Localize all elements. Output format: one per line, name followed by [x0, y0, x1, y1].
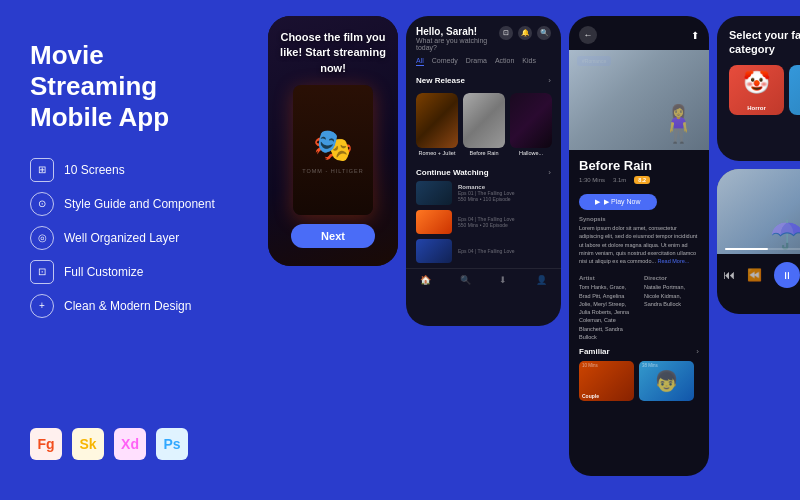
right-area: Choose the film you like! Start streamin… — [260, 0, 800, 500]
back-button[interactable]: ← — [579, 26, 597, 44]
feature-screens: ⊞ 10 Screens — [30, 158, 230, 182]
prev-button[interactable]: ⏮ — [723, 268, 735, 282]
greeting-sub: What are you watching today? — [416, 37, 499, 51]
feature-icon-layer: ◎ — [30, 226, 54, 250]
onboarding-screen: Choose the film you like! Start streamin… — [268, 16, 398, 266]
filter-drama[interactable]: Drama — [466, 57, 487, 66]
familiar-header: Familiar › — [579, 347, 699, 356]
next-button[interactable]: Next — [291, 224, 375, 248]
progress-bar-bg — [725, 248, 800, 250]
continue-section: Continue Watching › — [406, 164, 561, 181]
left-panel: Movie Streaming Mobile App ⊞ 10 Screens … — [0, 0, 260, 500]
greeting: Hello, Sarah! — [416, 26, 499, 37]
continue-label: Continue Watching — [416, 168, 489, 177]
continue-info-2: Eps 04 | The Falling Love 550 Mins • 20 … — [458, 216, 551, 228]
feature-label-screens: 10 Screens — [64, 163, 125, 177]
new-release-section: New Release › — [406, 72, 561, 89]
familiar-label: Familiar — [579, 347, 610, 356]
nav-profile[interactable]: 👤 — [536, 275, 547, 285]
home-header: Hello, Sarah! What are you watching toda… — [406, 16, 561, 57]
bottom-nav: 🏠 🔍 ⬇ 👤 — [406, 268, 561, 289]
search-icon[interactable]: 🔍 — [537, 26, 551, 40]
tool-sketch: Sk — [72, 428, 104, 460]
category-title: Select your favorite category — [729, 28, 800, 57]
filter-kids[interactable]: Kids — [522, 57, 536, 66]
familiar-card-2[interactable]: 38 Mins 👦 — [639, 361, 694, 401]
movie-meta: 1:30 Mins 3.1m 8.2 — [579, 176, 699, 184]
right-column: Select your favorite category 🤡 Horror 👦… — [717, 16, 800, 314]
player-hero: ☂️ — [717, 169, 800, 254]
feature-icon-customize: ⊡ — [30, 260, 54, 284]
umbrella-icon: ☂️ — [770, 218, 801, 251]
player-controls: ⏮ ⏪ ⏸ ⏩ ⏭ — [717, 254, 800, 296]
feature-label-style: Style Guide and Component — [64, 197, 215, 211]
detail-header: ← ⬆ — [569, 16, 709, 50]
play-icon: ▶ — [595, 198, 600, 206]
continue-item-3[interactable]: Eps 04 | The Falling Love — [416, 239, 551, 263]
continue-item-2[interactable]: Eps 04 | The Falling Love 550 Mins • 20 … — [416, 210, 551, 234]
continue-arrow[interactable]: › — [548, 168, 551, 177]
feature-list: ⊞ 10 Screens ⊙ Style Guide and Component… — [30, 158, 230, 318]
continue-thumb-1 — [416, 181, 452, 205]
filter-comedy[interactable]: Comedy — [432, 57, 458, 66]
feature-design: + Clean & Modern Design — [30, 294, 230, 318]
familiar-card-1[interactable]: 10 Mins Couple — [579, 361, 634, 401]
feature-label-design: Clean & Modern Design — [64, 299, 191, 313]
filter-all[interactable]: All — [416, 57, 424, 66]
views: 3.1m — [613, 177, 626, 183]
progress-bar-fill — [725, 248, 768, 250]
category-card-horror[interactable]: 🤡 Horror — [729, 65, 784, 115]
continue-info-3: Eps 04 | The Falling Love — [458, 248, 551, 254]
familiar-arrow[interactable]: › — [696, 347, 699, 356]
tool-figma: Fg — [30, 428, 62, 460]
movie-cards: Romeo + Juliet Before Rain Hallowe... — [406, 89, 561, 160]
nav-home[interactable]: 🏠 — [420, 275, 431, 285]
category-card-drama[interactable]: 👦 Drama — [789, 65, 800, 115]
category-screen: Select your favorite category 🤡 Horror 👦… — [717, 16, 800, 161]
continue-item-1[interactable]: Romance Eps 01 | The Falling Love 550 Mi… — [416, 181, 551, 205]
filter-tabs: All Comedy Drama Action Kids — [406, 57, 561, 72]
cast-icon[interactable]: ⊡ — [499, 26, 513, 40]
movie-title: Before Rain — [579, 158, 699, 173]
read-more[interactable]: Read More... — [658, 258, 690, 264]
movie-title-2: Before Rain — [463, 150, 505, 156]
nav-download[interactable]: ⬇ — [499, 275, 507, 285]
nav-search[interactable]: 🔍 — [460, 275, 471, 285]
play-label: ▶ Play Now — [604, 198, 641, 206]
new-release-arrow[interactable]: › — [548, 76, 551, 85]
play-button[interactable]: ▶ ▶ Play Now — [579, 194, 657, 210]
movie-card-3[interactable]: Hallowe... — [510, 93, 552, 156]
director-text: Natalie Portman, Nicole Kidman, Sandra B… — [644, 283, 699, 308]
continue-thumb-3 — [416, 239, 452, 263]
bell-icon[interactable]: 🔔 — [518, 26, 532, 40]
play-pause-button[interactable]: ⏸ — [774, 262, 800, 288]
share-button[interactable]: ⬆ — [691, 30, 699, 41]
feature-label-layer: Well Organized Layer — [64, 231, 179, 245]
movie-card-2[interactable]: Before Rain — [463, 93, 505, 156]
tool-ps: Ps — [156, 428, 188, 460]
feature-customize: ⊡ Full Customize — [30, 260, 230, 284]
movie-title-1: Romeo + Juliet — [416, 150, 458, 156]
feature-layer: ◎ Well Organized Layer — [30, 226, 230, 250]
movie-card-1[interactable]: Romeo + Juliet — [416, 93, 458, 156]
rewind-button[interactable]: ⏪ — [747, 268, 762, 282]
header-icons: ⊡ 🔔 🔍 — [499, 26, 551, 40]
artist-label: Artist — [579, 275, 634, 281]
movie-title-area: Before Rain 1:30 Mins 3.1m 8.2 — [569, 150, 709, 188]
artist-section: Artist Tom Hanks, Grace, Brad Pitt, Ange… — [579, 269, 634, 341]
player-screen: ☂️ ⏮ ⏪ ⏸ ⏩ ⏭ — [717, 169, 800, 314]
feature-icon-style: ⊙ — [30, 192, 54, 216]
onboarding-text: Choose the film you like! Start streamin… — [280, 30, 386, 76]
feature-icon-screens: ⊞ — [30, 158, 54, 182]
tools-row: FgSkXdPs — [30, 428, 230, 460]
film-label: TOMM - HILTIGER — [302, 168, 364, 174]
movie-title-3: Hallowe... — [510, 150, 552, 156]
mask-icon: 🎭 — [313, 126, 353, 164]
continue-thumb-2 — [416, 210, 452, 234]
artist-director-row: Artist Tom Hanks, Grace, Brad Pitt, Ange… — [579, 269, 699, 341]
filter-action[interactable]: Action — [495, 57, 514, 66]
synopsis-label: Synopsis — [579, 216, 699, 222]
duration: 1:30 Mins — [579, 177, 605, 183]
drama-label: Drama — [789, 105, 800, 111]
synopsis-text: Lorem ipsum dolor sit amet, consectetur … — [579, 224, 699, 265]
